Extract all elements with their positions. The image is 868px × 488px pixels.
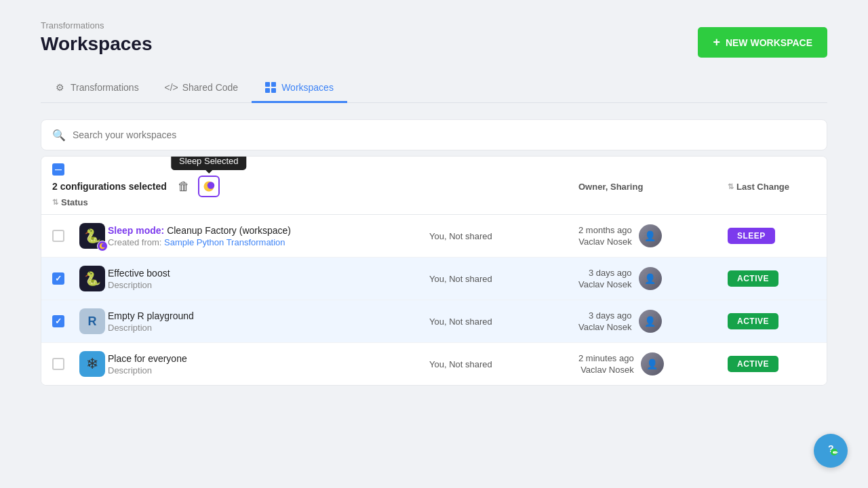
svg-text:✏: ✏	[833, 449, 838, 456]
row1-last-change: 2 months ago Vaclav Nosek 👤	[578, 224, 728, 247]
row2-status-badge: ACTIVE	[728, 270, 778, 287]
page-title: Workspaces	[41, 33, 152, 55]
row3-status-badge: ACTIVE	[728, 313, 778, 329]
row3-description: Description	[108, 323, 429, 333]
row3-icon-cell: R	[79, 308, 106, 334]
table-row: R Empty R playground Description You, No…	[41, 300, 827, 343]
col-status-header: ⇅ Status	[52, 197, 79, 207]
row1-owner: You, Not shared	[429, 231, 578, 241]
search-bar: 🔍	[41, 119, 827, 150]
plus-icon: +	[713, 35, 720, 49]
page-header: Transformations Workspaces + NEW WORKSPA…	[41, 20, 827, 58]
row1-workspace-icon: 🐍	[79, 223, 105, 249]
row2-description: Description	[108, 280, 429, 290]
row3-status-cell: ACTIVE	[728, 313, 816, 329]
sort-icon-status: ⇅	[52, 198, 58, 207]
selection-info: 2 configurations selected 🗑 Sleep Select…	[52, 176, 429, 197]
tab-workspaces[interactable]: Workspaces	[252, 74, 347, 103]
tab-bar: ⚙ Transformations </> Shared Code Worksp…	[41, 74, 827, 103]
row3-name: Empty R playground	[108, 310, 429, 321]
gear-icon: ⚙	[54, 82, 65, 93]
new-workspace-button[interactable]: + NEW WORKSPACE	[698, 27, 827, 58]
svg-point-5	[208, 182, 215, 189]
help-button[interactable]: ? ✏	[814, 434, 848, 468]
row2-last-change: 3 days ago Vaclav Nosek 👤	[578, 267, 728, 290]
col-last-change-header: ⇅ Last Change	[728, 182, 816, 192]
row3-avatar: 👤	[639, 310, 662, 333]
row1-source-link[interactable]: Sample Python Transformation	[164, 237, 285, 247]
row1-name: Sleep mode: Cleanup Factory (workspace)	[108, 225, 429, 236]
row3-info: Empty R playground Description	[106, 310, 429, 333]
row3-workspace-icon: R	[79, 308, 105, 334]
svg-rect-2	[265, 88, 270, 93]
row3-checkbox[interactable]	[52, 315, 64, 327]
select-all-checkbox[interactable]	[52, 163, 64, 176]
row3-owner: You, Not shared	[429, 317, 578, 327]
selected-count: 2 configurations selected	[52, 181, 167, 192]
delete-button[interactable]: 🗑	[175, 177, 193, 197]
table-row: 🐍 Effective boost Description You, Not s…	[41, 258, 827, 300]
sleep-badge	[97, 241, 108, 251]
row1-avatar: 👤	[639, 224, 662, 247]
row4-icon-cell: ❄	[79, 351, 106, 377]
row4-status-badge: ACTIVE	[728, 356, 778, 372]
svg-rect-3	[271, 88, 276, 93]
code-icon: </>	[166, 82, 177, 93]
table-row: 🐍 Sleep mode: Cleanup Factory (workspace…	[41, 215, 827, 258]
svg-point-7	[102, 243, 106, 247]
row4-description: Description	[108, 365, 429, 375]
search-input[interactable]	[73, 123, 816, 147]
sleep-tooltip: Sleep Selected	[171, 156, 246, 170]
table-row: ❄ Place for everyone Description You, No…	[41, 343, 827, 385]
row4-workspace-icon: ❄	[79, 351, 105, 377]
breadcrumb: Transformations	[41, 20, 152, 30]
help-icon: ? ✏	[823, 441, 839, 461]
row2-name: Effective boost	[108, 268, 429, 279]
row2-owner: You, Not shared	[429, 274, 578, 284]
row4-status-cell: ACTIVE	[728, 356, 816, 372]
trash-icon: 🗑	[178, 180, 190, 194]
row2-workspace-icon: 🐍	[79, 266, 105, 291]
grid-icon	[265, 82, 276, 93]
sort-icon-last-change: ⇅	[728, 182, 734, 191]
row1-source: Created from: Sample Python Transformati…	[108, 237, 429, 247]
title-section: Transformations Workspaces	[41, 20, 152, 55]
col-owner-header: Owner, Sharing	[578, 182, 728, 192]
svg-rect-1	[271, 82, 276, 87]
row4-name: Place for everyone	[108, 353, 429, 364]
row1-checkbox[interactable]	[52, 230, 64, 242]
workspaces-table: 2 configurations selected 🗑 Sleep Select…	[41, 156, 827, 386]
tab-transformations[interactable]: ⚙ Transformations	[41, 74, 153, 103]
sleep-selected-button[interactable]	[198, 176, 220, 197]
row4-info: Place for everyone Description	[106, 353, 429, 375]
row4-last-change: 2 minutes ago Vaclav Nosek 👤	[578, 352, 728, 375]
row2-checkbox[interactable]	[52, 272, 64, 285]
row1-status-cell: SLEEP	[728, 228, 816, 244]
action-icons: 🗑 Sleep Selected	[175, 176, 220, 197]
row3-last-change: 3 days ago Vaclav Nosek 👤	[578, 310, 728, 333]
row2-icon-cell: 🐍	[79, 266, 106, 291]
row4-checkbox[interactable]	[52, 358, 64, 370]
row2-info: Effective boost Description	[106, 268, 429, 290]
table-header-row: 2 configurations selected 🗑 Sleep Select…	[41, 157, 827, 215]
sleep-tooltip-container: Sleep Selected	[198, 176, 220, 197]
row4-owner: You, Not shared	[429, 359, 578, 369]
row1-info: Sleep mode: Cleanup Factory (workspace) …	[106, 225, 429, 247]
svg-rect-0	[265, 82, 270, 87]
row4-avatar: 👤	[641, 352, 664, 375]
search-icon: 🔍	[52, 129, 66, 142]
row2-avatar: 👤	[639, 267, 662, 290]
row1-icon-cell: 🐍	[79, 223, 106, 249]
row2-status-cell: ACTIVE	[728, 270, 816, 287]
tab-shared-code[interactable]: </> Shared Code	[153, 74, 252, 103]
row1-status-badge: SLEEP	[728, 228, 775, 244]
